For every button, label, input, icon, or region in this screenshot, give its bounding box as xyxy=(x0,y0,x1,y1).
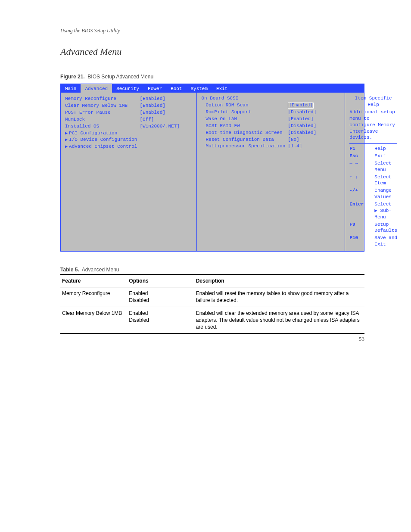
key-glyph: Enter xyxy=(349,201,374,221)
bios-column-mid: On Board SCSIOption ROM Scan[Enabled]Rom… xyxy=(197,93,345,251)
key-glyph: F9 xyxy=(349,221,374,234)
bios-tab-security[interactable]: Security xyxy=(112,84,143,93)
bios-item-value: [Off] xyxy=(137,116,193,123)
running-head: Using the BIOS Setup Utility xyxy=(60,27,120,34)
bios-column-left: Memory Reconfigure[Enabled]Clear Memory … xyxy=(61,93,197,251)
bios-item-label: RomPilot Support xyxy=(206,109,285,115)
bios-column-right: Item Specific Help Additional setup menu… xyxy=(345,93,401,251)
bios-key-hint: F10Save and Exit xyxy=(349,235,397,248)
advanced-menu-table: Feature Options Description Memory Recon… xyxy=(60,274,364,334)
bios-item[interactable]: Memory Reconfigure[Enabled] xyxy=(65,96,193,102)
bios-item[interactable]: ▶PCI Configuration xyxy=(65,130,193,137)
key-desc: Select ▶ Sub-Menu xyxy=(374,201,397,221)
bios-item[interactable]: Boot-time Diagnostic Screen[Disabled] xyxy=(201,130,341,136)
section-title: Advanced Menu xyxy=(60,45,364,58)
key-desc: Change Values xyxy=(374,187,397,200)
cell-options: EnabledDisabled xyxy=(127,307,194,333)
bios-key-hint: -/+Change Values xyxy=(349,187,397,200)
bios-help-text: Additional setup menu to configure Memor… xyxy=(349,109,397,141)
bios-item-value: [Disabled] xyxy=(285,109,341,115)
bios-item-value: [Enabled] xyxy=(285,102,341,109)
cell-feature: Clear Memory Below 1MB xyxy=(60,307,127,333)
bios-item-label: Installed OS xyxy=(65,124,99,129)
figure-caption: Figure 21. BIOS Setup Advanced Menu xyxy=(60,73,364,80)
bios-tab-main[interactable]: Main xyxy=(61,84,81,93)
key-desc: Setup Defaults xyxy=(374,221,397,234)
bios-item-value: [Disabled] xyxy=(285,130,341,136)
bios-item-label: Reset Configuration Data xyxy=(206,137,285,143)
bios-item-label: POST Error Pause xyxy=(65,110,111,115)
bios-item-value: [Enabled] xyxy=(137,109,193,116)
th-feature: Feature xyxy=(60,274,127,287)
bios-tab-system[interactable]: System xyxy=(186,84,212,93)
bios-item-label: I/O Device Configuration xyxy=(69,137,137,142)
bios-item[interactable]: SCSI RAID FW[Disabled] xyxy=(201,123,341,129)
key-desc: Save and Exit xyxy=(374,235,397,248)
th-options: Options xyxy=(127,274,194,287)
bios-item[interactable]: Installed OS[Win2000/.NET] xyxy=(65,123,193,130)
bios-item-value: [1.4] xyxy=(285,143,341,149)
bios-key-hint: ← →Select Menu xyxy=(349,160,397,173)
key-glyph: ↑ ↓ xyxy=(349,174,374,187)
key-glyph: F1 xyxy=(349,146,374,152)
submenu-icon: ▶ xyxy=(65,131,68,137)
table-caption-text: Advanced Menu xyxy=(82,267,119,273)
bios-key-hint: F9Setup Defaults xyxy=(349,221,397,234)
bios-item-label: Boot-time Diagnostic Screen xyxy=(206,130,285,136)
bios-item[interactable]: Multiprocessor Specification[1.4] xyxy=(201,143,341,149)
bios-item-value xyxy=(137,130,193,137)
bios-tab-advanced[interactable]: Advanced xyxy=(81,84,112,93)
bios-item-label: Memory Reconfigure xyxy=(65,96,116,101)
bios-item-label: Multiprocessor Specification xyxy=(206,143,285,149)
bios-item-value: [Disabled] xyxy=(285,123,341,129)
bios-item[interactable]: Reset Configuration Data[No] xyxy=(201,137,341,143)
key-desc: Select Menu xyxy=(374,160,397,173)
bios-item-label: Wake On LAN xyxy=(206,116,285,122)
cell-options: EnabledDisabled xyxy=(127,287,194,307)
key-glyph: F10 xyxy=(349,235,374,248)
bios-help-title: Item Specific Help xyxy=(349,95,397,108)
bios-tab-boot[interactable]: Boot xyxy=(166,84,186,93)
bios-item[interactable]: Option ROM Scan[Enabled] xyxy=(201,102,341,109)
key-glyph: ← → xyxy=(349,160,374,173)
key-desc: Exit xyxy=(374,153,397,159)
page-number: 53 xyxy=(359,335,364,343)
table-row: Clear Memory Below 1MBEnabledDisabledEna… xyxy=(60,307,364,333)
bios-tab-power[interactable]: Power xyxy=(143,84,166,93)
bios-item[interactable]: NumLock[Off] xyxy=(65,116,193,123)
bios-item-value xyxy=(137,143,193,150)
bios-item-value: [No] xyxy=(285,137,341,143)
bios-item-value: [Enabled] xyxy=(137,103,193,109)
figure-caption-no: Figure 21. xyxy=(60,74,85,80)
bios-item-value: [Win2000/.NET] xyxy=(137,123,193,130)
bios-item[interactable]: Wake On LAN[Enabled] xyxy=(201,116,341,122)
bios-item-label: Advanced Chipset Control xyxy=(69,144,137,149)
key-glyph: Esc xyxy=(349,153,374,159)
cell-feature: Memory Reconfigure xyxy=(60,287,127,307)
bios-key-hint: ↑ ↓Select Item xyxy=(349,174,397,187)
bios-item[interactable]: POST Error Pause[Enabled] xyxy=(65,109,193,116)
th-description: Description xyxy=(194,274,364,287)
bios-item-label: SCSI RAID FW xyxy=(206,123,285,129)
bios-item-value xyxy=(137,137,193,143)
bios-item[interactable]: ▶I/O Device Configuration xyxy=(65,137,193,143)
bios-item[interactable]: RomPilot Support[Disabled] xyxy=(201,109,341,115)
bios-item-label: Clear Memory Below 1MB xyxy=(65,103,128,108)
bios-item-value: [Enabled] xyxy=(285,116,341,122)
bios-item-value: [Enabled] xyxy=(137,96,193,102)
table-caption: Table 5. Advanced Menu xyxy=(60,266,364,273)
bios-item-label: NumLock xyxy=(65,117,85,122)
table-row: Memory ReconfigureEnabledDisabledEnabled… xyxy=(60,287,364,307)
bios-key-legend: F1HelpEscExit← →Select Menu↑ ↓Select Ite… xyxy=(349,146,397,248)
bios-item[interactable]: Clear Memory Below 1MB[Enabled] xyxy=(65,103,193,109)
bios-key-hint: F1Help xyxy=(349,146,397,152)
table-caption-no: Table 5. xyxy=(60,267,79,273)
bios-tab-bar: MainAdvancedSecurityPowerBootSystemExit xyxy=(61,84,364,93)
key-glyph: -/+ xyxy=(349,187,374,200)
bios-item[interactable]: ▶Advanced Chipset Control xyxy=(65,143,193,150)
submenu-icon: ▶ xyxy=(65,144,68,150)
cell-description: Enabled will clear the extended memory a… xyxy=(194,307,364,333)
bios-key-hint: EscExit xyxy=(349,153,397,159)
figure-caption-text: BIOS Setup Advanced Menu xyxy=(87,74,153,80)
bios-tab-exit[interactable]: Exit xyxy=(212,84,232,93)
